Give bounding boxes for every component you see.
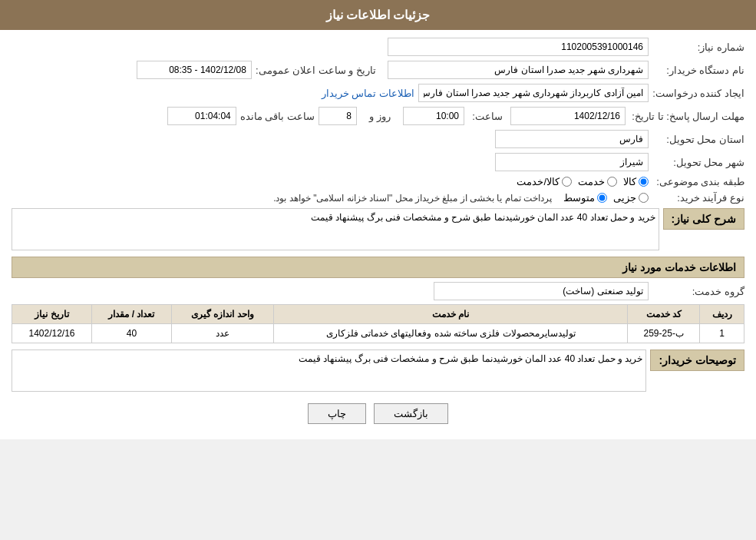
page-header: جزئیات اطلاعات نیاز: [0, 0, 756, 30]
need-number-input[interactable]: [388, 38, 649, 56]
category-khedmat-label: خدمت: [578, 176, 605, 187]
province-row: استان محل تحویل:: [12, 130, 744, 148]
col-date: تاریخ نیاز: [12, 305, 92, 324]
category-kala-item: کالا: [623, 176, 649, 187]
buyer-notes-section-label: توصیحات خریدار:: [650, 350, 744, 371]
announce-row: نام دستگاه خریدار: تاریخ و ساعت اعلان عم…: [12, 61, 744, 79]
page-title: جزئیات اطلاعات نیاز: [326, 8, 431, 22]
buyer-org-input[interactable]: [388, 61, 649, 79]
purchase-jozii-radio[interactable]: [639, 193, 649, 203]
col-service-code: کد خدمت: [628, 305, 700, 324]
purchase-type-row: نوع فرآیند خرید: جزیی متوسط پرداخت تمام …: [12, 192, 744, 204]
cell-quantity: 40: [92, 324, 172, 343]
category-kala-label: کالا: [623, 176, 636, 187]
cell-date: 1402/12/16: [12, 324, 92, 343]
services-table: ردیف کد خدمت نام خدمت واحد اندازه گیری ت…: [12, 304, 744, 343]
purchase-note: پرداخت تمام یا بخشی از مبلغ خریداز محل "…: [273, 193, 552, 204]
purchase-type-radio-group: جزیی متوسط: [563, 192, 649, 204]
creator-label: ایجاد کننده درخواست:: [652, 88, 744, 99]
print-button[interactable]: چاپ: [308, 403, 366, 424]
back-button[interactable]: بازگشت: [374, 403, 448, 424]
service-group-label: گروه خدمت:: [652, 286, 744, 297]
col-quantity: تعداد / مقدار: [92, 305, 172, 324]
province-input[interactable]: [495, 130, 649, 148]
send-time-label: ساعت:: [468, 111, 507, 122]
announce-date-input[interactable]: [137, 61, 252, 79]
category-label: طبقه بندی موضوعی:: [652, 176, 744, 187]
buyer-notes-row: توصیحات خریدار: خرید و حمل تعداد 40 عدد …: [12, 350, 744, 392]
purchase-jozii-item: جزیی: [613, 192, 649, 204]
need-description-section-label: شرح کلی نیاز:: [663, 208, 744, 230]
service-group-row: گروه خدمت:: [12, 282, 744, 300]
content-area: شماره نیاز: نام دستگاه خریدار: تاریخ و س…: [0, 30, 756, 439]
need-number-row: شماره نیاز:: [12, 38, 744, 56]
announce-date-label: تاریخ و ساعت اعلان عمومی:: [256, 65, 376, 76]
table-header-row: ردیف کد خدمت نام خدمت واحد اندازه گیری ت…: [12, 305, 744, 324]
buyer-notes-container: خرید و حمل تعداد 40 عدد المان خورشیدنما …: [12, 350, 646, 392]
creator-input[interactable]: [418, 84, 649, 102]
send-time-input[interactable]: [403, 107, 464, 125]
table-row: 1 ب-25-259 تولیدسایرمحصولات فلزی ساخته ش…: [12, 324, 744, 343]
category-radio-group: کالا خدمت کالا/خدمت: [517, 176, 649, 187]
cell-service-name: تولیدسایرمحصولات فلزی ساخته شده وفعالیته…: [274, 324, 628, 343]
col-row-num: ردیف: [700, 305, 744, 324]
category-both-item: کالا/خدمت: [517, 176, 572, 187]
service-group-input[interactable]: [434, 282, 649, 300]
send-date-row: مهلت ارسال پاسخ: تا تاریخ: ساعت: روز و س…: [12, 107, 744, 125]
purchase-jozii-label: جزیی: [613, 192, 636, 204]
buyer-org-label: نام دستگاه خریدار:: [652, 65, 744, 76]
purchase-type-label: نوع فرآیند خرید:: [652, 192, 744, 204]
send-date-input[interactable]: [510, 107, 626, 125]
category-kala-radio[interactable]: [639, 177, 649, 187]
cell-unit: عدد: [171, 324, 273, 343]
page-wrapper: جزئیات اطلاعات نیاز شماره نیاز: نام دستگ…: [0, 0, 756, 439]
category-both-radio[interactable]: [562, 177, 572, 187]
purchase-mota-label: متوسط: [563, 192, 595, 204]
services-section-header: اطلاعات خدمات مورد نیاز: [12, 257, 744, 278]
category-row: طبقه بندی موضوعی: کالا خدمت کالا/خدمت: [12, 176, 744, 187]
province-label: استان محل تحویل:: [652, 134, 744, 145]
remain-label: ساعت باقی مانده: [240, 111, 315, 122]
category-khedmat-radio[interactable]: [607, 177, 617, 187]
need-description-container: خرید و حمل تعداد 40 عدد المان خورشیدنما …: [12, 208, 659, 250]
contact-link[interactable]: اطلاعات تماس خریدار: [322, 88, 414, 99]
col-unit: واحد اندازه گیری: [171, 305, 273, 324]
city-input[interactable]: [495, 153, 649, 171]
send-days-input[interactable]: [319, 107, 357, 125]
category-khedmat-item: خدمت: [578, 176, 617, 187]
buyer-notes-text: خرید و حمل تعداد 40 عدد المان خورشیدنما …: [299, 353, 642, 364]
remain-input[interactable]: [167, 107, 236, 125]
cell-service-code: ب-25-259: [628, 324, 700, 343]
category-both-label: کالا/خدمت: [517, 176, 560, 187]
need-number-label: شماره نیاز:: [652, 41, 744, 53]
need-description-row: شرح کلی نیاز: خرید و حمل تعداد 40 عدد ال…: [12, 208, 744, 250]
col-service-name: نام خدمت: [274, 305, 628, 324]
purchase-mota-radio[interactable]: [597, 193, 607, 203]
city-label: شهر محل تحویل:: [652, 157, 744, 168]
city-row: شهر محل تحویل:: [12, 153, 744, 171]
send-days-label: روز و: [361, 111, 399, 122]
button-group: بازگشت چاپ: [12, 403, 744, 424]
purchase-mota-item: متوسط: [563, 192, 607, 204]
send-date-label: مهلت ارسال پاسخ: تا تاریخ:: [629, 111, 744, 122]
cell-row-num: 1: [700, 324, 744, 343]
creator-row: ایجاد کننده درخواست: اطلاعات تماس خریدار: [12, 84, 744, 102]
need-description-text: خرید و حمل تعداد 40 عدد المان خورشیدنما …: [311, 212, 655, 223]
